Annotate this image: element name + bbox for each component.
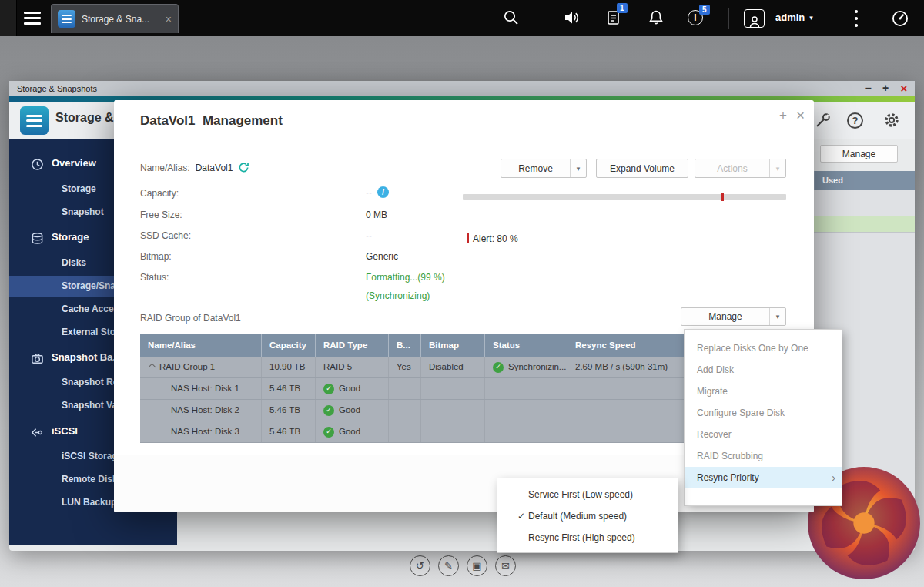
refresh-icon[interactable] [238, 162, 249, 173]
windows-icon[interactable]: ▣ [467, 555, 487, 576]
capacity-info-icon[interactable]: i [377, 186, 389, 198]
health-ok-icon: ✓ [323, 384, 334, 394]
overview-icon [31, 156, 44, 169]
close-button[interactable]: × [896, 81, 912, 96]
used-column-header[interactable]: Used [814, 171, 915, 190]
alert-threshold-marker [721, 193, 724, 201]
tab-close-icon[interactable]: × [166, 14, 172, 25]
tasks-badge: 1 [617, 3, 628, 13]
manage-dropdown-menu: Replace Disks One by One Add Disk Migrat… [684, 329, 842, 506]
status-label: Status: [140, 272, 169, 283]
app-title: Storage & [55, 111, 114, 125]
maximize-button[interactable]: + [878, 81, 893, 96]
resync-priority-submenu: Service First (Low speed) ✓ Default (Med… [497, 478, 678, 553]
topbar-edge [0, 0, 17, 36]
bitmap-value: Generic [366, 251, 398, 262]
free-size-label: Free Size: [140, 210, 182, 220]
status-value-2: (Synchronizing) [366, 290, 430, 301]
submenu-item-service-first[interactable]: Service First (Low speed) [497, 484, 678, 505]
expand-volume-button[interactable]: Expand Volume [596, 159, 688, 178]
info-badge: 5 [699, 5, 710, 15]
name-value: DataVol1 [196, 163, 233, 173]
dialog-title: DataVol1 Management [140, 113, 283, 129]
notification-bell-icon[interactable] [647, 8, 667, 29]
capacity-progress-bar [463, 194, 786, 200]
window-titlebar[interactable]: Storage & Snapshots [9, 81, 915, 96]
name-alias-row: Name/Alias: DataVol1 [140, 162, 249, 173]
dialog-close-icon[interactable]: × [796, 108, 805, 122]
dashboard-gauge-icon[interactable] [890, 8, 910, 29]
chevron-down-icon[interactable]: ▾ [570, 159, 586, 177]
topbar-divider [728, 8, 729, 29]
dialog-divider [114, 146, 814, 146]
name-label: Name/Alias: [140, 163, 190, 173]
menu-item-replace-disks[interactable]: Replace Disks One by One [685, 337, 842, 359]
notes-icon[interactable]: ✉ [495, 555, 516, 576]
status-value: Formatting...(99 %) [366, 272, 445, 283]
storage-app-icon-large [20, 106, 49, 135]
col-capacity[interactable]: Capacity [262, 334, 316, 357]
free-size-value: 0 MB [366, 210, 387, 220]
capacity-value-row: -- i [366, 186, 389, 198]
undo-icon[interactable]: ↺ [410, 555, 430, 576]
app-tab-label: Storage & Sna... [82, 14, 159, 25]
chevron-down-icon: ▾ [769, 159, 785, 177]
status-ok-icon: ✓ [493, 362, 504, 373]
snapshot-camera-icon [31, 351, 44, 364]
alert-marker-legend [467, 233, 469, 243]
menu-item-recover[interactable]: Recover [685, 424, 842, 445]
capacity-label: Capacity: [140, 188, 179, 199]
health-ok-icon: ✓ [323, 427, 334, 438]
bitmap-label: Bitmap: [140, 251, 172, 262]
menu-item-add-disk[interactable]: Add Disk [685, 359, 842, 381]
topbar: Storage & Sna... × 1 i 5 admin ▾ [0, 0, 924, 36]
gear-icon[interactable] [882, 111, 901, 132]
remove-button[interactable]: Remove ▾ [500, 159, 587, 178]
minimize-button[interactable]: – [861, 81, 876, 96]
search-icon[interactable] [502, 8, 522, 29]
admin-dropdown[interactable]: admin ▾ [775, 12, 813, 23]
more-options-icon[interactable] [853, 10, 859, 27]
list-row-highlighted[interactable] [814, 216, 915, 233]
ssd-cache-value: -- [366, 230, 372, 241]
chevron-down-icon[interactable]: ▾ [769, 308, 785, 325]
storage-icon [31, 230, 44, 243]
main-menu-button[interactable] [24, 12, 41, 25]
check-icon: ✓ [517, 505, 525, 527]
ssd-cache-label: SSD Cache: [140, 230, 191, 241]
menu-item-configure-spare-disk[interactable]: Configure Spare Disk [685, 402, 842, 424]
dialog-detach-icon[interactable]: + [779, 109, 787, 122]
col-b[interactable]: B... [389, 334, 421, 357]
app-tab[interactable]: Storage & Sna... × [51, 4, 179, 33]
help-icon[interactable]: ? [847, 112, 863, 129]
col-bitmap[interactable]: Bitmap [421, 334, 485, 357]
menu-item-raid-scrubbing[interactable]: RAID Scrubbing [685, 445, 842, 467]
list-manage-button[interactable]: Manage [820, 145, 898, 163]
chevron-right-icon: › [832, 467, 835, 488]
collapse-chevron-icon[interactable] [149, 364, 156, 371]
storage-app-icon [58, 10, 75, 28]
desktop-dock: ↺ ✎ ▣ ✉ [410, 555, 516, 576]
raid-manage-button[interactable]: Manage ▾ [681, 307, 786, 326]
edit-icon[interactable]: ✎ [438, 555, 459, 576]
menu-item-migrate[interactable]: Migrate [685, 381, 842, 402]
iscsi-link-icon [31, 424, 44, 438]
tools-icon[interactable] [815, 112, 832, 132]
alert-label: Alert: 80 % [473, 233, 518, 244]
chevron-down-icon: ▾ [809, 14, 813, 22]
submenu-item-default[interactable]: ✓ Default (Medium speed) [497, 505, 678, 527]
info-icon[interactable]: i 5 [688, 10, 708, 30]
menu-item-resync-priority[interactable]: Resync Priority › [685, 467, 842, 488]
raid-group-label: RAID Group of DataVol1 [140, 313, 241, 324]
background-tasks-icon[interactable]: 1 [605, 8, 625, 29]
admin-label: admin [775, 12, 805, 23]
health-ok-icon: ✓ [323, 405, 334, 416]
actions-button[interactable]: Actions ▾ [695, 159, 786, 178]
col-status[interactable]: Status [485, 334, 567, 357]
desktop: Storage & Sna... × 1 i 5 admin ▾ [0, 0, 924, 587]
col-name-alias[interactable]: Name/Alias [140, 334, 262, 357]
user-icon[interactable] [744, 9, 764, 29]
submenu-item-resync-first[interactable]: Resync First (High speed) [497, 527, 678, 548]
volume-icon[interactable] [562, 8, 582, 29]
col-raid-type[interactable]: RAID Type [316, 334, 389, 357]
